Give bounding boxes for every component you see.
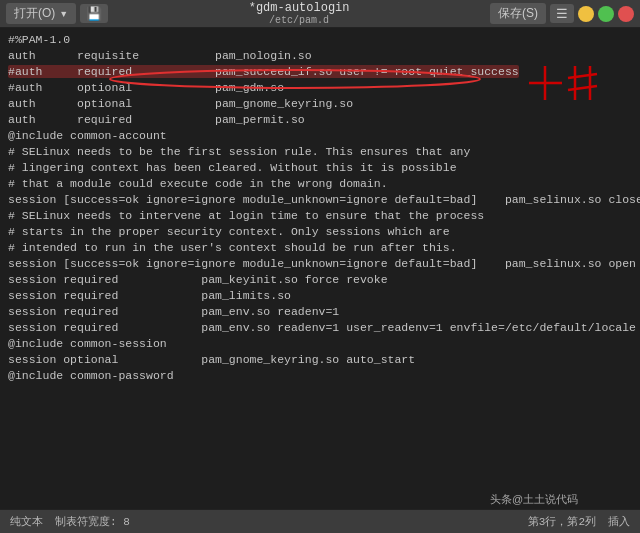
code-line: # SELinux needs to intervene at login ti… [8, 208, 632, 224]
code-line: # lingering context has been cleared. Wi… [8, 160, 632, 176]
code-line: # SELinux needs to be the first session … [8, 144, 632, 160]
code-line: @include common-session [8, 336, 632, 352]
svg-text:头条@土土说代码: 头条@土土说代码 [490, 493, 578, 505]
code-line: @include common-account [8, 128, 632, 144]
code-line: auth required pam_permit.so [8, 112, 632, 128]
status-right: 第3行，第2列 插入 [528, 514, 630, 529]
save-button[interactable]: 保存(S) [490, 3, 546, 24]
status-bar: 纯文本 制表符宽度: 8 第3行，第2列 插入 [0, 509, 640, 533]
code-line: session required pam_env.so readenv=1 [8, 304, 632, 320]
position-status: 第3行，第2列 [528, 514, 596, 529]
format-status: 纯文本 [10, 514, 43, 529]
code-line: session optional pam_gnome_keyring.so au… [8, 352, 632, 368]
menu-button[interactable]: ☰ [550, 4, 574, 23]
window-title: *gdm-autologin [108, 1, 490, 15]
title-center: *gdm-autologin /etc/pam.d [108, 1, 490, 26]
code-line: # intended to run in the user's context … [8, 240, 632, 256]
open-arrow-icon: ▼ [59, 9, 68, 19]
code-line: # that a module could execute code in th… [8, 176, 632, 192]
window-subtitle: /etc/pam.d [108, 15, 490, 26]
code-line: auth optional pam_gnome_keyring.so [8, 96, 632, 112]
minimize-button[interactable] [578, 6, 594, 22]
code-line: session [success=ok ignore=ignore module… [8, 256, 632, 272]
code-line: # starts in the proper security context.… [8, 224, 632, 240]
code-line: @include common-password [8, 368, 632, 384]
tab-width-status: 制表符宽度: 8 [55, 514, 130, 529]
status-left: 纯文本 制表符宽度: 8 [10, 514, 130, 529]
code-content: #%PAM-1.0auth requisite pam_nologin.so#a… [8, 32, 632, 384]
close-button[interactable] [618, 6, 634, 22]
editor-area[interactable]: #%PAM-1.0auth requisite pam_nologin.so#a… [0, 28, 640, 509]
open-label: 打开(O) [14, 5, 55, 22]
title-bar: 打开(O) ▼ 💾 *gdm-autologin /etc/pam.d 保存(S… [0, 0, 640, 28]
title-bar-left: 打开(O) ▼ 💾 [6, 3, 108, 24]
code-line: session [success=ok ignore=ignore module… [8, 192, 632, 208]
title-bar-right: 保存(S) ☰ [490, 3, 634, 24]
maximize-button[interactable] [598, 6, 614, 22]
code-line: session required pam_keyinit.so force re… [8, 272, 632, 288]
code-line: auth requisite pam_nologin.so [8, 48, 632, 64]
open-button[interactable]: 打开(O) ▼ [6, 3, 76, 24]
save-icon-button[interactable]: 💾 [80, 4, 108, 23]
code-line: session required pam_env.so readenv=1 us… [8, 320, 632, 336]
code-line: #auth optional pam_gdm.so [8, 80, 632, 96]
code-line: session required pam_limits.so [8, 288, 632, 304]
code-line: #%PAM-1.0 [8, 32, 632, 48]
code-line: #auth required pam_succeed_if.so user !=… [8, 64, 632, 80]
mode-status: 插入 [608, 514, 630, 529]
